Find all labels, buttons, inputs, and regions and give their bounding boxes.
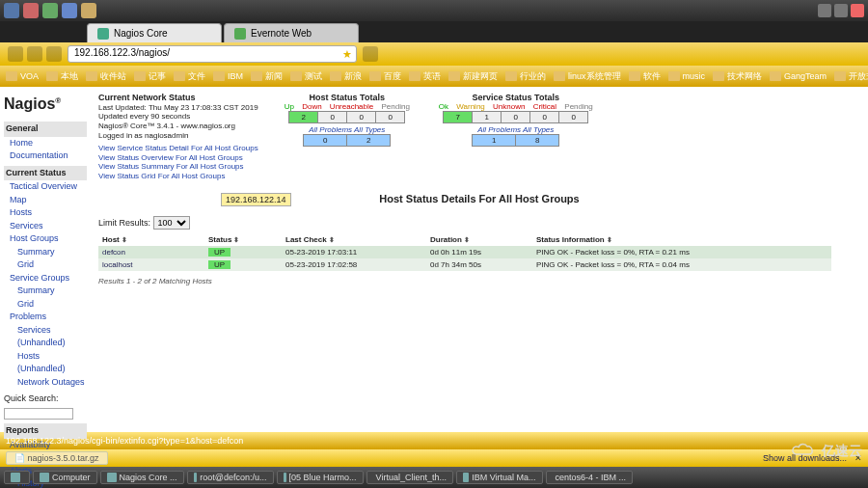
nav-host-groups[interactable]: Host Groups <box>4 232 87 246</box>
app-icon[interactable] <box>81 3 96 18</box>
host-down-count[interactable]: 0 <box>318 112 347 123</box>
nav-sg-grid[interactable]: Grid <box>4 298 87 312</box>
svc-all-types[interactable]: 8 <box>516 135 559 147</box>
nav-services[interactable]: Services <box>4 220 87 233</box>
nav-service-groups[interactable]: Service Groups <box>4 272 87 285</box>
bookmark-item[interactable]: VOA <box>6 71 39 81</box>
bookmark-item[interactable]: 英语 <box>409 70 441 83</box>
back-icon[interactable] <box>8 46 23 62</box>
refresh-info: Updated every 90 seconds <box>98 112 258 122</box>
nagios-page: Nagios® General Home Documentation Curre… <box>0 87 868 432</box>
forward-icon[interactable] <box>27 46 42 62</box>
reload-icon[interactable] <box>46 46 62 62</box>
svc-all-problems[interactable]: 1 <box>473 135 516 147</box>
browser-tab-evernote[interactable]: Evernote Web <box>224 23 359 42</box>
taskbar-item[interactable]: Virtual_Client_th... <box>366 471 453 484</box>
bookmark-item[interactable]: 软件 <box>629 70 661 83</box>
taskbar-item[interactable]: Computer <box>33 471 97 484</box>
tooltip: 192.168.122.14 <box>221 193 291 206</box>
app-icon[interactable] <box>23 3 39 18</box>
bookmark-item[interactable]: 新建网页 <box>448 70 498 83</box>
taskbar-item[interactable]: IBM Virtual Ma... <box>456 471 543 484</box>
nav-tactical-overview[interactable]: Tactical Overview <box>4 180 87 194</box>
status-badge: UP <box>208 248 231 257</box>
download-item[interactable]: 📄 nagios-3.5.0.tar.gz <box>6 451 108 465</box>
bookmark-item[interactable]: GangTeam <box>770 71 827 81</box>
tray-icon[interactable] <box>834 4 848 17</box>
link-status-overview[interactable]: View Status Overview For All Host Groups <box>98 153 258 163</box>
nav-services-unhandled[interactable]: Services (Unhandled) <box>4 324 87 350</box>
host-totals-footer: All Problems All Types <box>282 125 413 134</box>
taskbar-item[interactable]: [05 Blue Harmo... <box>277 471 364 484</box>
col-host[interactable]: Host <box>98 233 204 246</box>
link-service-status[interactable]: View Service Status Detail For All Host … <box>98 144 258 153</box>
browser-tab-strip: Nagios Core Evernote Web <box>0 21 868 42</box>
link-status-summary[interactable]: View Status Summary For All Host Groups <box>98 162 258 172</box>
host-link[interactable]: defcon <box>102 248 125 257</box>
nav-hosts[interactable]: Hosts <box>4 206 87 220</box>
host-all-types[interactable]: 2 <box>347 135 391 147</box>
nav-sg-summary[interactable]: Summary <box>4 285 87 298</box>
host-pending-count[interactable]: 0 <box>376 112 405 123</box>
bookmark-item[interactable]: 新闻 <box>251 70 283 83</box>
nav-home[interactable]: Home <box>4 137 87 150</box>
host-all-problems[interactable]: 0 <box>304 135 347 147</box>
host-status-table: Host Status Last Check Duration Status I… <box>98 233 831 271</box>
svc-pending-count[interactable]: 0 <box>559 112 588 123</box>
bookmark-item[interactable]: 百度 <box>369 70 401 83</box>
menu-icon[interactable] <box>363 46 378 62</box>
app-icon[interactable] <box>62 3 77 18</box>
taskbar-show-desktop[interactable] <box>4 471 30 484</box>
nagios-content: Current Network Status Last Updated: Thu… <box>91 87 868 432</box>
link-status-grid[interactable]: View Status Grid For All Host Groups <box>98 172 258 181</box>
address-input[interactable]: 192.168.122.3/nagios/ ★ <box>68 45 357 63</box>
bookmark-item[interactable]: 文件 <box>174 70 205 83</box>
nav-map[interactable]: Map <box>4 194 87 207</box>
taskbar-item[interactable]: root@defcon:/u... <box>187 471 274 484</box>
quick-search-input[interactable] <box>4 408 73 420</box>
limit-select[interactable]: 100 <box>153 216 190 230</box>
tray-icon[interactable] <box>818 4 831 17</box>
table-row: localhost UP 05-23-2019 17:02:58 0d 7h 3… <box>98 258 831 271</box>
app-icon[interactable] <box>42 3 58 18</box>
os-taskbar: Computer Nagios Core ... root@defcon:/u.… <box>0 467 868 488</box>
bookmark-item[interactable]: IBM <box>213 71 243 81</box>
bookmark-item[interactable]: music <box>668 71 706 81</box>
bookmark-item[interactable]: 本地 <box>46 70 78 83</box>
bookmark-item[interactable]: 技术网络 <box>713 70 762 83</box>
col-duration[interactable]: Duration <box>426 233 532 246</box>
host-link[interactable]: localhost <box>102 260 133 269</box>
taskbar-item[interactable]: centos6-4 - IBM ... <box>546 471 633 484</box>
nav-hg-summary[interactable]: Summary <box>4 246 87 259</box>
svc-critical-count[interactable]: 0 <box>530 112 559 123</box>
nav-hg-grid[interactable]: Grid <box>4 258 87 272</box>
bookmark-star-icon[interactable]: ★ <box>342 48 352 61</box>
tray-close-icon[interactable] <box>851 4 864 17</box>
bookmark-item[interactable]: 记事 <box>134 70 166 83</box>
host-up-count[interactable]: 2 <box>289 112 318 123</box>
svc-ok-count[interactable]: 7 <box>444 112 473 123</box>
taskbar-item[interactable]: Nagios Core ... <box>100 471 184 484</box>
watermark: 亿速云 <box>791 443 862 461</box>
nav-problems[interactable]: Problems <box>4 311 87 324</box>
svc-unknown-count[interactable]: 0 <box>502 112 530 123</box>
bookmark-item[interactable]: 测试 <box>290 70 322 83</box>
url-text: 192.168.122.3/nagios/ <box>74 47 170 58</box>
bookmark-item[interactable]: 开放式吐司世界 <box>834 70 868 83</box>
bookmark-item[interactable]: 行业的 <box>505 70 546 83</box>
col-last-check[interactable]: Last Check <box>282 233 426 246</box>
logged-in: Logged in as nagiosadmin <box>98 131 258 141</box>
col-status[interactable]: Status <box>204 233 282 246</box>
host-unreachable-count[interactable]: 0 <box>347 112 376 123</box>
browser-tab-nagios[interactable]: Nagios Core <box>87 23 222 42</box>
nav-documentation[interactable]: Documentation <box>4 149 87 163</box>
bookmark-item[interactable]: 收件站 <box>86 70 126 83</box>
bookmark-item[interactable]: 新浪 <box>330 70 362 83</box>
col-status-info[interactable]: Status Information <box>532 233 831 246</box>
bookmark-item[interactable]: linux系统管理 <box>554 70 621 83</box>
cell-status-info: PING OK - Packet loss = 0%, RTA = 0.04 m… <box>532 258 831 271</box>
nav-hosts-unhandled[interactable]: Hosts (Unhandled) <box>4 350 87 376</box>
nav-network-outages[interactable]: Network Outages <box>4 376 87 390</box>
svc-warning-count[interactable]: 1 <box>473 112 502 123</box>
app-menu-icon[interactable] <box>4 3 19 18</box>
